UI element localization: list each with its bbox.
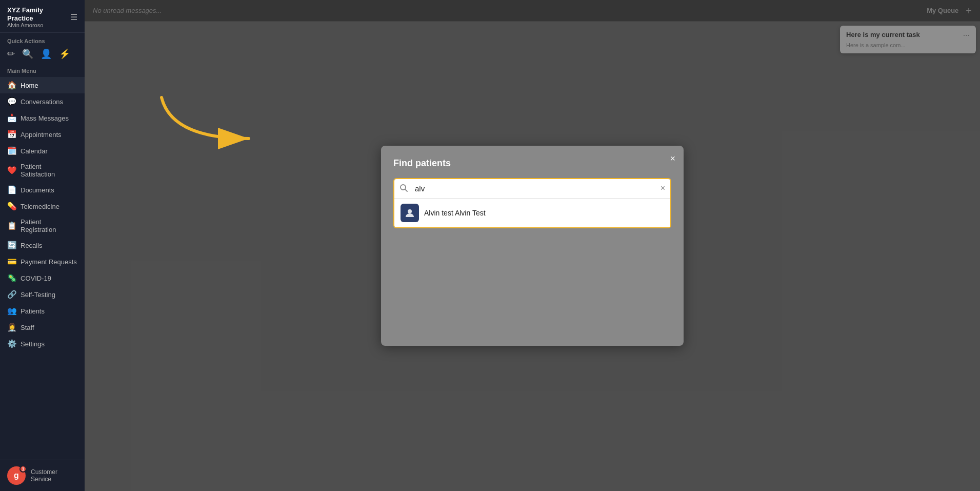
- hamburger-icon[interactable]: ☰: [70, 12, 77, 22]
- sidebar-item-label: Appointments: [21, 131, 62, 139]
- appointments-icon: 📅: [7, 130, 16, 139]
- search-clear-button[interactable]: ×: [655, 180, 670, 197]
- brand-sub: Alvin Amoroso: [7, 22, 70, 28]
- sidebar-item-label: Telemedicine: [21, 203, 59, 210]
- sidebar-item-mass-messages[interactable]: 📩 Mass Messages: [0, 110, 85, 126]
- svg-line-2: [405, 189, 407, 191]
- telemedicine-icon: 💊: [7, 202, 16, 211]
- sidebar-item-settings[interactable]: ⚙️ Settings: [0, 336, 85, 352]
- search-top: ×: [394, 179, 670, 198]
- sidebar-item-label: Recalls: [21, 242, 43, 249]
- sidebar-item-label: COVID-19: [21, 274, 51, 282]
- sidebar-item-self-testing[interactable]: 🔗 Self-Testing: [0, 286, 85, 303]
- arrow-indicator: [151, 92, 269, 159]
- compose-icon[interactable]: ✏: [7, 49, 15, 58]
- sidebar-item-label: Payment Requests: [21, 258, 77, 266]
- sidebar-item-covid19[interactable]: 🦠 COVID-19: [0, 270, 85, 286]
- main-menu-label: Main Menu: [0, 64, 85, 77]
- search-results: Alvin test Alvin Test: [394, 199, 670, 227]
- dialog-title: Find patients: [393, 158, 671, 169]
- patients-icon: 👥: [7, 306, 16, 316]
- main-content: No unread messages... My Queue + Here is…: [85, 0, 980, 491]
- staff-icon: 👩‍⚕️: [7, 323, 16, 332]
- conversations-icon: 💬: [7, 97, 16, 106]
- sidebar-header: XYZ Family Practice Alvin Amoroso ☰: [0, 0, 85, 33]
- find-patients-dialog: Find patients × ×: [381, 146, 684, 346]
- person-icon: [405, 208, 415, 218]
- sidebar-item-label: Self-Testing: [21, 291, 55, 299]
- result-avatar: [401, 204, 419, 222]
- filter-icon[interactable]: ⚡: [59, 49, 70, 58]
- settings-icon: ⚙️: [7, 339, 16, 348]
- sidebar-item-home[interactable]: 🏠 Home: [0, 77, 85, 93]
- covid19-icon: 🦠: [7, 273, 16, 283]
- sidebar-item-label: Calendar: [21, 147, 48, 155]
- sidebar-item-patients[interactable]: 👥 Patients: [0, 303, 85, 319]
- mass-messages-icon: 📩: [7, 113, 16, 123]
- customer-service-label: Customer Service: [31, 468, 77, 483]
- sidebar-item-label: Conversations: [21, 98, 63, 106]
- sidebar-item-label: Mass Messages: [21, 114, 69, 122]
- sidebar-item-payment-requests[interactable]: 💳 Payment Requests: [0, 253, 85, 270]
- sidebar-item-staff[interactable]: 👩‍⚕️ Staff: [0, 319, 85, 336]
- payment-requests-icon: 💳: [7, 257, 16, 266]
- self-testing-icon: 🔗: [7, 290, 16, 299]
- dialog-close-button[interactable]: ×: [670, 154, 675, 163]
- customer-service-link[interactable]: g 1 Customer Service: [0, 460, 85, 491]
- patient-satisfaction-icon: ❤️: [7, 166, 16, 175]
- sidebar-item-label: Patients: [21, 307, 45, 315]
- search-icon: [394, 180, 413, 198]
- search-block: × Alvin test Alvin Test: [393, 178, 671, 228]
- quick-actions-row: ✏ 🔍 👤 ⚡: [0, 47, 85, 64]
- svg-point-3: [408, 209, 412, 213]
- recalls-icon: 🔄: [7, 241, 16, 250]
- sidebar-item-label: Patient Registration: [21, 218, 77, 233]
- sidebar-item-label: Staff: [21, 324, 34, 331]
- sidebar-item-patient-satisfaction[interactable]: ❤️ Patient Satisfaction: [0, 159, 85, 182]
- sidebar-item-calendar[interactable]: 🗓️ Calendar: [0, 143, 85, 159]
- sidebar-item-label: Documents: [21, 186, 54, 194]
- sidebar-item-appointments[interactable]: 📅 Appointments: [0, 126, 85, 143]
- sidebar-item-patient-registration[interactable]: 📋 Patient Registration: [0, 214, 85, 237]
- notification-badge: 1: [19, 465, 27, 473]
- sidebar-item-documents[interactable]: 📄 Documents: [0, 182, 85, 198]
- search-patients-icon[interactable]: 🔍: [22, 49, 33, 58]
- brand-name: XYZ Family Practice: [7, 6, 70, 22]
- quick-actions-label: Quick Actions: [0, 33, 85, 47]
- modal-overlay: Find patients × ×: [85, 0, 980, 491]
- sidebar-brand: XYZ Family Practice Alvin Amoroso ☰: [7, 6, 77, 28]
- documents-icon: 📄: [7, 185, 16, 194]
- add-patient-icon[interactable]: 👤: [41, 49, 52, 58]
- sidebar: XYZ Family Practice Alvin Amoroso ☰ Quic…: [0, 0, 85, 491]
- avatar: g 1: [7, 466, 26, 485]
- calendar-icon: 🗓️: [7, 146, 16, 155]
- patient-registration-icon: 📋: [7, 221, 16, 230]
- sidebar-item-label: Settings: [21, 340, 45, 348]
- patient-search-input[interactable]: [413, 179, 655, 198]
- sidebar-item-telemedicine[interactable]: 💊 Telemedicine: [0, 198, 85, 214]
- sidebar-item-label: Patient Satisfaction: [21, 163, 77, 178]
- home-icon: 🏠: [7, 81, 16, 90]
- sidebar-item-conversations[interactable]: 💬 Conversations: [0, 93, 85, 110]
- result-patient-name: Alvin test Alvin Test: [424, 209, 486, 217]
- sidebar-item-label: Home: [21, 82, 38, 89]
- search-result-item[interactable]: Alvin test Alvin Test: [394, 199, 670, 227]
- sidebar-item-recalls[interactable]: 🔄 Recalls: [0, 237, 85, 253]
